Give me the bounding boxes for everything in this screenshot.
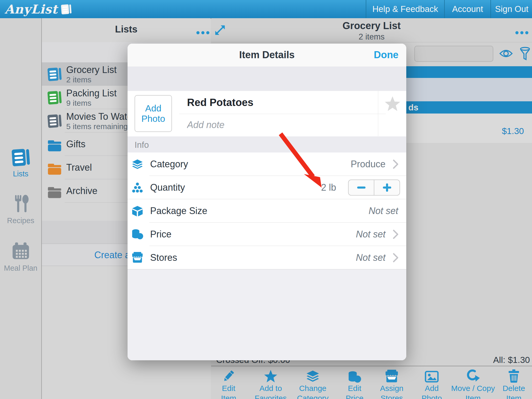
layers-icon [131, 158, 143, 170]
row-value: Not set [369, 199, 398, 223]
add-photo-button[interactable]: Add Photo [412, 368, 451, 399]
row-label: Package Size [150, 199, 207, 223]
grocery-subtitle: 2 items [211, 32, 532, 42]
add-photo-button-modal[interactable]: Add Photo [135, 95, 172, 132]
item-name-field[interactable] [179, 91, 386, 114]
row-value: Produce [351, 152, 385, 176]
calendar-icon [10, 241, 31, 262]
create-list-label: Create a [94, 250, 130, 261]
anylist-logo: AnyList [5, 2, 72, 16]
top-bar: AnyList Help & Feedback Account Sign Out [0, 0, 532, 19]
store-icon [372, 368, 411, 383]
favorite-star-cell[interactable] [378, 91, 407, 136]
package-size-row[interactable]: Package Size Not set [128, 199, 406, 223]
folder-icon [46, 161, 63, 178]
row-label: Category [150, 152, 188, 176]
layers-icon [293, 368, 332, 383]
sign-out-link[interactable]: Sign Out [490, 0, 532, 18]
item-name-section: Add Photo [128, 91, 406, 137]
chevron-right-icon [393, 253, 398, 262]
list-detail: 5 items remaining [66, 122, 128, 131]
account-link[interactable]: Account [444, 0, 490, 18]
assign-stores-button[interactable]: Assign Stores [372, 368, 411, 399]
list-icon [46, 89, 63, 106]
stores-row[interactable]: Stores Not set [128, 246, 406, 269]
list-name: Packing List [66, 88, 117, 99]
delete-item-button[interactable]: Delete Item [496, 368, 532, 399]
star-icon [251, 368, 290, 383]
eye-icon[interactable] [499, 48, 513, 59]
favorite-star-icon [384, 96, 401, 112]
coins-icon [131, 228, 143, 240]
modal-title: Item Details [128, 49, 406, 61]
row-value: Not set [356, 246, 385, 269]
increment-button[interactable] [374, 180, 400, 195]
grocery-title: Grocery List [211, 20, 532, 31]
grocery-menu-ellipsis-icon[interactable] [515, 31, 528, 34]
sidebar-item-lists[interactable]: Lists [0, 147, 41, 178]
list-name: Archive [66, 179, 97, 203]
row-label: Quantity [150, 176, 185, 199]
store-icon [131, 252, 143, 264]
info-section-header: Info [128, 136, 406, 153]
lists-icon [10, 147, 31, 168]
minus-icon [357, 187, 365, 189]
row-label: Stores [150, 246, 177, 269]
item-price: $1.30 [502, 126, 524, 136]
chevron-right-icon [393, 230, 398, 239]
sidebar-item-meal-plan[interactable]: Meal Plan [0, 241, 41, 272]
quantity-row[interactable]: Quantity 2 lb [128, 176, 406, 199]
modal-title-bar: Item Details Done [128, 44, 406, 67]
all-total: All: $1.30 [493, 355, 530, 365]
anylist-logo-icon [60, 3, 72, 15]
decrement-button[interactable] [349, 180, 374, 195]
brand-name: AnyList [5, 2, 58, 16]
item-note-field[interactable] [179, 114, 386, 136]
trash-icon [496, 368, 532, 383]
move-copy-item-button[interactable]: Move / Copy Item [447, 368, 499, 399]
lists-panel-title: Lists [42, 24, 211, 35]
sidebar-item-label: Meal Plan [0, 264, 41, 272]
list-name: Gifts [66, 132, 85, 156]
add-to-favorites-button[interactable]: Add to Favorites [251, 368, 290, 399]
quantity-stepper [348, 179, 400, 196]
row-label: Price [150, 223, 171, 246]
funnel-icon[interactable] [519, 46, 531, 61]
category-label: ds [408, 103, 418, 112]
folder-icon [46, 184, 63, 201]
list-name: Grocery List [66, 64, 117, 75]
sidebar-item-label: Lists [0, 170, 41, 178]
edit-item-button[interactable]: Edit Item [209, 368, 248, 399]
folder-icon [46, 138, 63, 154]
modal-footer-area [128, 269, 406, 360]
pencil-icon [209, 368, 248, 383]
category-row[interactable]: Category Produce [128, 152, 406, 176]
curved-arrow-icon [447, 368, 499, 383]
row-value: Not set [356, 223, 385, 246]
list-icon [46, 66, 63, 82]
list-name: Travel [66, 156, 92, 179]
coins-icon [335, 368, 374, 383]
search-input[interactable] [414, 46, 493, 62]
help-feedback-link[interactable]: Help & Feedback [366, 0, 444, 18]
done-button[interactable]: Done [374, 49, 398, 61]
grocery-header: Grocery List 2 items [211, 18, 532, 42]
price-row[interactable]: Price Not set [128, 223, 406, 246]
item-details-modal: Item Details Done Add Photo Info Categor… [128, 44, 406, 360]
anylist-app: AnyList Help & Feedback Account Sign Out… [0, 0, 532, 399]
sidebar-item-recipes[interactable]: Recipes [0, 194, 41, 225]
list-detail: 2 items [66, 75, 91, 84]
chevron-right-icon [393, 159, 398, 169]
toolbar-divider [211, 366, 532, 366]
add-photo-label: Add Photo [137, 103, 170, 124]
photo-icon [412, 368, 451, 383]
nav-sidebar: Lists Recipes Meal Plan [0, 18, 42, 399]
edit-price-button[interactable]: Edit Price [335, 368, 374, 399]
modal-spacer-band [128, 66, 406, 91]
fork-spoon-icon [10, 194, 31, 214]
dots-pyramid-icon [131, 182, 143, 194]
change-category-button[interactable]: Change Category [293, 368, 332, 399]
lists-panel-header: Lists [42, 18, 211, 43]
lists-menu-ellipsis-icon[interactable] [196, 31, 209, 34]
list-name: Movies To Watch [66, 111, 137, 122]
